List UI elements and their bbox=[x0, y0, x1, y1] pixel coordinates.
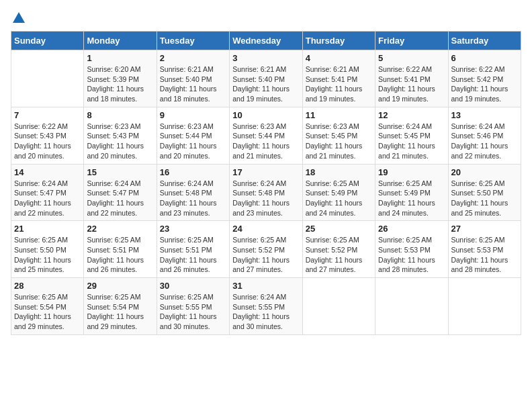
day-info: Sunrise: 6:25 AM Sunset: 5:49 PM Dayligh… bbox=[306, 179, 372, 218]
day-number: 7 bbox=[14, 110, 81, 120]
calendar-cell bbox=[11, 50, 84, 107]
calendar-day-header: Friday bbox=[375, 32, 448, 50]
day-info: Sunrise: 6:24 AM Sunset: 5:48 PM Dayligh… bbox=[160, 179, 226, 218]
calendar-cell: 20Sunrise: 6:25 AM Sunset: 5:50 PM Dayli… bbox=[448, 164, 521, 221]
calendar-cell: 24Sunrise: 6:25 AM Sunset: 5:52 PM Dayli… bbox=[230, 221, 302, 278]
day-info: Sunrise: 6:22 AM Sunset: 5:43 PM Dayligh… bbox=[14, 122, 81, 161]
day-number: 1 bbox=[87, 53, 153, 63]
day-number: 9 bbox=[160, 110, 226, 120]
calendar-cell: 15Sunrise: 6:24 AM Sunset: 5:47 PM Dayli… bbox=[84, 164, 157, 221]
day-info: Sunrise: 6:20 AM Sunset: 5:39 PM Dayligh… bbox=[87, 64, 153, 104]
day-number: 30 bbox=[160, 281, 226, 291]
calendar-day-header: Wednesday bbox=[230, 32, 302, 50]
day-number: 14 bbox=[14, 167, 81, 177]
day-info: Sunrise: 6:25 AM Sunset: 5:52 PM Dayligh… bbox=[232, 235, 299, 275]
calendar-cell: 17Sunrise: 6:24 AM Sunset: 5:48 PM Dayli… bbox=[230, 164, 302, 221]
day-number: 25 bbox=[306, 224, 372, 234]
calendar-cell: 12Sunrise: 6:24 AM Sunset: 5:45 PM Dayli… bbox=[375, 107, 448, 164]
day-number: 18 bbox=[306, 167, 372, 177]
calendar-cell: 25Sunrise: 6:25 AM Sunset: 5:52 PM Dayli… bbox=[302, 221, 375, 278]
calendar-week-row: 14Sunrise: 6:24 AM Sunset: 5:47 PM Dayli… bbox=[11, 164, 521, 221]
svg-marker-0 bbox=[13, 12, 25, 23]
day-info: Sunrise: 6:24 AM Sunset: 5:47 PM Dayligh… bbox=[87, 179, 153, 218]
day-number: 4 bbox=[306, 53, 372, 63]
day-info: Sunrise: 6:24 AM Sunset: 5:47 PM Dayligh… bbox=[14, 179, 81, 218]
logo-icon bbox=[11, 11, 26, 26]
day-info: Sunrise: 6:25 AM Sunset: 5:55 PM Dayligh… bbox=[160, 292, 226, 332]
calendar-cell: 4Sunrise: 6:21 AM Sunset: 5:41 PM Daylig… bbox=[302, 50, 375, 107]
calendar-table: SundayMondayTuesdayWednesdayThursdayFrid… bbox=[11, 31, 521, 335]
calendar-cell: 22Sunrise: 6:25 AM Sunset: 5:51 PM Dayli… bbox=[84, 221, 157, 278]
day-info: Sunrise: 6:24 AM Sunset: 5:48 PM Dayligh… bbox=[232, 179, 299, 218]
calendar-cell: 11Sunrise: 6:23 AM Sunset: 5:45 PM Dayli… bbox=[302, 107, 375, 164]
calendar-cell: 28Sunrise: 6:25 AM Sunset: 5:54 PM Dayli… bbox=[11, 278, 84, 335]
day-number: 15 bbox=[87, 167, 153, 177]
calendar-cell: 27Sunrise: 6:25 AM Sunset: 5:53 PM Dayli… bbox=[448, 221, 521, 278]
day-info: Sunrise: 6:21 AM Sunset: 5:41 PM Dayligh… bbox=[306, 64, 372, 104]
day-info: Sunrise: 6:23 AM Sunset: 5:45 PM Dayligh… bbox=[306, 122, 372, 161]
day-info: Sunrise: 6:22 AM Sunset: 5:41 PM Dayligh… bbox=[378, 64, 445, 104]
calendar-cell: 9Sunrise: 6:23 AM Sunset: 5:44 PM Daylig… bbox=[157, 107, 229, 164]
day-info: Sunrise: 6:21 AM Sunset: 5:40 PM Dayligh… bbox=[160, 64, 226, 104]
calendar-cell: 14Sunrise: 6:24 AM Sunset: 5:47 PM Dayli… bbox=[11, 164, 84, 221]
day-number: 20 bbox=[451, 167, 518, 177]
calendar-day-header: Thursday bbox=[302, 32, 375, 50]
day-info: Sunrise: 6:25 AM Sunset: 5:49 PM Dayligh… bbox=[378, 179, 445, 218]
day-info: Sunrise: 6:25 AM Sunset: 5:53 PM Dayligh… bbox=[378, 235, 445, 275]
calendar-week-row: 21Sunrise: 6:25 AM Sunset: 5:50 PM Dayli… bbox=[11, 221, 521, 278]
calendar-cell: 19Sunrise: 6:25 AM Sunset: 5:49 PM Dayli… bbox=[375, 164, 448, 221]
day-number: 10 bbox=[232, 110, 299, 120]
day-info: Sunrise: 6:25 AM Sunset: 5:51 PM Dayligh… bbox=[87, 235, 153, 275]
calendar-week-row: 28Sunrise: 6:25 AM Sunset: 5:54 PM Dayli… bbox=[11, 278, 521, 335]
calendar-week-row: 7Sunrise: 6:22 AM Sunset: 5:43 PM Daylig… bbox=[11, 107, 521, 164]
logo bbox=[11, 11, 26, 26]
calendar-cell: 8Sunrise: 6:23 AM Sunset: 5:43 PM Daylig… bbox=[84, 107, 157, 164]
day-info: Sunrise: 6:23 AM Sunset: 5:44 PM Dayligh… bbox=[232, 122, 299, 161]
day-number: 5 bbox=[378, 53, 445, 63]
day-number: 2 bbox=[160, 53, 226, 63]
calendar-cell: 18Sunrise: 6:25 AM Sunset: 5:49 PM Dayli… bbox=[302, 164, 375, 221]
calendar-day-header: Tuesday bbox=[157, 32, 229, 50]
day-number: 3 bbox=[232, 53, 299, 63]
day-number: 6 bbox=[451, 53, 518, 63]
day-info: Sunrise: 6:24 AM Sunset: 5:45 PM Dayligh… bbox=[378, 122, 445, 161]
day-info: Sunrise: 6:25 AM Sunset: 5:53 PM Dayligh… bbox=[451, 235, 518, 275]
page-header bbox=[11, 11, 521, 26]
day-number: 17 bbox=[232, 167, 299, 177]
day-number: 28 bbox=[14, 281, 81, 291]
day-number: 13 bbox=[451, 110, 518, 120]
day-info: Sunrise: 6:24 AM Sunset: 5:55 PM Dayligh… bbox=[232, 292, 299, 332]
calendar-cell: 31Sunrise: 6:24 AM Sunset: 5:55 PM Dayli… bbox=[230, 278, 302, 335]
calendar-day-header: Monday bbox=[84, 32, 157, 50]
calendar-week-row: 1Sunrise: 6:20 AM Sunset: 5:39 PM Daylig… bbox=[11, 50, 521, 107]
calendar-cell bbox=[448, 278, 521, 335]
calendar-cell: 2Sunrise: 6:21 AM Sunset: 5:40 PM Daylig… bbox=[157, 50, 229, 107]
day-number: 31 bbox=[232, 281, 299, 291]
day-info: Sunrise: 6:23 AM Sunset: 5:44 PM Dayligh… bbox=[160, 122, 226, 161]
calendar-cell: 23Sunrise: 6:25 AM Sunset: 5:51 PM Dayli… bbox=[157, 221, 229, 278]
calendar-header-row: SundayMondayTuesdayWednesdayThursdayFrid… bbox=[11, 32, 521, 50]
calendar-cell: 5Sunrise: 6:22 AM Sunset: 5:41 PM Daylig… bbox=[375, 50, 448, 107]
day-info: Sunrise: 6:23 AM Sunset: 5:43 PM Dayligh… bbox=[87, 122, 153, 161]
calendar-day-header: Saturday bbox=[448, 32, 521, 50]
day-number: 22 bbox=[87, 224, 153, 234]
day-info: Sunrise: 6:25 AM Sunset: 5:50 PM Dayligh… bbox=[14, 235, 81, 275]
calendar-cell: 1Sunrise: 6:20 AM Sunset: 5:39 PM Daylig… bbox=[84, 50, 157, 107]
day-number: 23 bbox=[160, 224, 226, 234]
day-number: 8 bbox=[87, 110, 153, 120]
calendar-cell: 30Sunrise: 6:25 AM Sunset: 5:55 PM Dayli… bbox=[157, 278, 229, 335]
day-number: 27 bbox=[451, 224, 518, 234]
calendar-cell bbox=[375, 278, 448, 335]
calendar-cell: 3Sunrise: 6:21 AM Sunset: 5:40 PM Daylig… bbox=[230, 50, 302, 107]
calendar-cell: 29Sunrise: 6:25 AM Sunset: 5:54 PM Dayli… bbox=[84, 278, 157, 335]
calendar-cell: 13Sunrise: 6:24 AM Sunset: 5:46 PM Dayli… bbox=[448, 107, 521, 164]
calendar-cell: 7Sunrise: 6:22 AM Sunset: 5:43 PM Daylig… bbox=[11, 107, 84, 164]
calendar-cell: 10Sunrise: 6:23 AM Sunset: 5:44 PM Dayli… bbox=[230, 107, 302, 164]
day-info: Sunrise: 6:22 AM Sunset: 5:42 PM Dayligh… bbox=[451, 64, 518, 104]
day-info: Sunrise: 6:25 AM Sunset: 5:50 PM Dayligh… bbox=[451, 179, 518, 218]
day-info: Sunrise: 6:25 AM Sunset: 5:52 PM Dayligh… bbox=[306, 235, 372, 275]
day-info: Sunrise: 6:24 AM Sunset: 5:46 PM Dayligh… bbox=[451, 122, 518, 161]
day-info: Sunrise: 6:21 AM Sunset: 5:40 PM Dayligh… bbox=[232, 64, 299, 104]
calendar-cell bbox=[302, 278, 375, 335]
day-number: 11 bbox=[306, 110, 372, 120]
